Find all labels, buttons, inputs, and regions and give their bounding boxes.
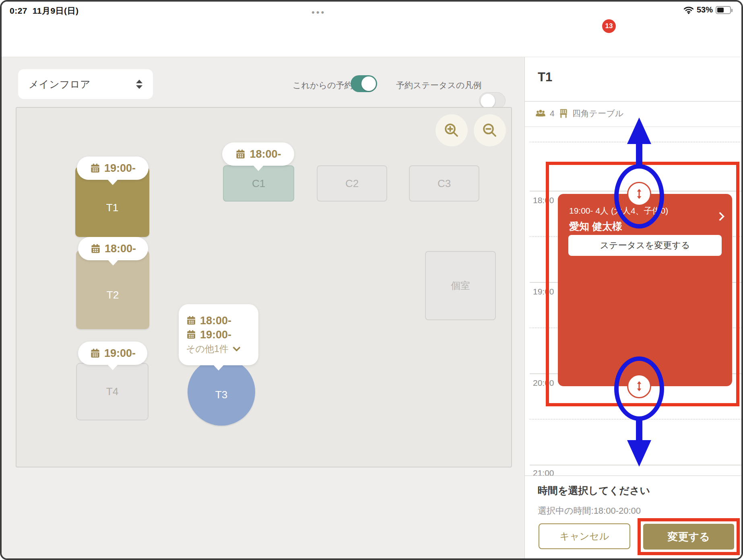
cancel-button[interactable]: キャンセル — [539, 523, 630, 549]
confirm-change-button[interactable]: 変更する — [643, 524, 734, 550]
reservation-time-pill-C1[interactable]: 18:00- — [222, 142, 294, 166]
annotation-circle-top — [614, 164, 664, 229]
app-window: 0:27 11月9日(日) ••• 53% 〈 前日 2025年11月9日(日) — [0, 0, 743, 560]
table-T4[interactable]: T4 — [76, 363, 149, 420]
panel-divider — [525, 101, 743, 102]
legend-toggle[interactable] — [479, 92, 506, 109]
table-meta-row: 4 四角テーブル — [535, 108, 623, 119]
people-icon — [535, 108, 546, 119]
panel-table-name: T1 — [538, 70, 552, 84]
legend-toggle-label: 予約ステータスの凡例 — [396, 80, 481, 91]
annotation-arrow-shaft — [636, 420, 642, 441]
annotation-arrow-down — [627, 440, 651, 467]
multitask-dots-icon: ••• — [312, 7, 326, 18]
reservation-time-pill-T2[interactable]: 18:00- — [78, 237, 148, 260]
reservation-time-pill-T1[interactable]: 19:00- — [77, 156, 149, 180]
more-reservations-toggle[interactable]: その他1件 — [186, 343, 251, 355]
table-C2[interactable]: C2 — [317, 165, 387, 202]
toolbar — [2, 19, 741, 57]
battery-icon — [716, 6, 731, 14]
annotation-circle-bottom — [614, 356, 664, 421]
selected-time-label: 選択中の時間:18:00-20:00 — [538, 505, 641, 517]
chair-icon — [558, 108, 569, 119]
calendar-icon — [90, 163, 101, 174]
reservation-time-pill-T4[interactable]: 19:00- — [78, 342, 147, 365]
wifi-icon — [683, 6, 694, 14]
toggle-knob — [481, 94, 495, 108]
zoom-out-icon — [481, 122, 498, 139]
chevron-down-icon — [233, 344, 241, 352]
status-date: 11月9日(日) — [33, 6, 79, 15]
floor-select-value: メインフロア — [29, 78, 91, 91]
status-time-date: 0:27 11月9日(日) — [10, 5, 79, 16]
table-capacity: 4 — [550, 109, 555, 118]
notification-badge: 13 — [602, 19, 616, 33]
battery-percent: 53% — [697, 5, 713, 14]
table-private-room[interactable]: 個室 — [425, 251, 496, 320]
toggle-knob — [361, 76, 376, 91]
calendar-icon — [90, 243, 101, 254]
upcoming-toggle-label: これからの予約 — [293, 80, 353, 91]
calendar-icon — [186, 329, 196, 340]
calendar-icon — [186, 315, 196, 326]
annotation-arrow-up — [627, 117, 651, 144]
zoom-out-button[interactable] — [474, 114, 506, 146]
status-bar: 0:27 11月9日(日) ••• 53% — [2, 2, 741, 19]
annotation-arrow-shaft — [636, 142, 642, 167]
status-time: 0:27 — [10, 6, 27, 15]
select-updown-icon — [136, 80, 142, 89]
calendar-icon — [90, 348, 101, 359]
zoom-in-button[interactable] — [435, 114, 468, 146]
table-type: 四角テーブル — [572, 108, 623, 119]
reservation-time-bubble-T3[interactable]: 18:00- 19:00- その他1件 — [179, 304, 258, 365]
zoom-in-icon — [443, 122, 460, 139]
upcoming-toggle[interactable] — [351, 75, 377, 92]
floor-select[interactable]: メインフロア — [18, 69, 153, 99]
table-C3[interactable]: C3 — [409, 165, 479, 202]
calendar-icon — [235, 149, 246, 160]
sheet-title: 時間を選択してください — [538, 484, 650, 497]
